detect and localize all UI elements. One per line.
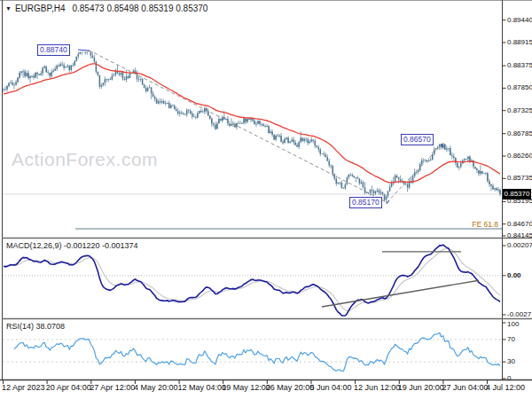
main-chart-panel[interactable] (3, 12, 502, 237)
macd-panel[interactable] (3, 239, 502, 317)
rsi-panel[interactable] (3, 320, 502, 379)
chart-window: ▼EURGBP,H40.85473 0.85498 0.85319 0.8537… (0, 0, 532, 399)
symbol-dropdown-icon[interactable]: ▼ (5, 5, 12, 12)
time-axis[interactable] (3, 381, 502, 399)
price-axis[interactable] (503, 0, 532, 379)
